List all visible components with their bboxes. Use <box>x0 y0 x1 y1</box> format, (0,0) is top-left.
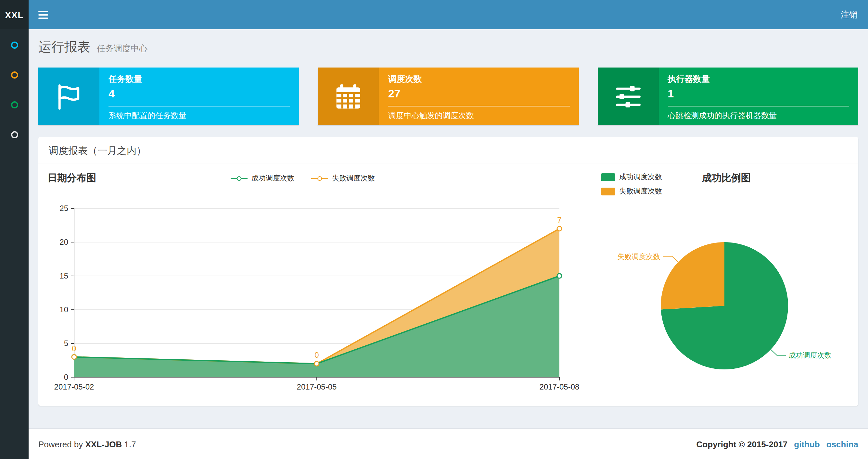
flag-icon <box>38 67 99 125</box>
info-box-body: 调度次数 27 调度中心触发的调度次数 <box>379 67 579 125</box>
info-box-value: 27 <box>388 88 570 101</box>
version: 1.7 <box>124 439 136 449</box>
brand-name: XXL-JOB <box>86 439 122 449</box>
info-box-body: 执行器数量 1 心跳检测成功的执行器机器数量 <box>658 67 858 125</box>
report-panel: 调度报表（一月之内） 日期分布图 成功调度次数 失败调度次数 051015202… <box>38 137 858 406</box>
info-box-value: 1 <box>668 88 849 101</box>
sliders-icon <box>597 67 658 125</box>
info-box-title: 执行器数量 <box>668 73 849 85</box>
info-box-divider <box>668 106 849 106</box>
footer: Powered by XXL-JOB 1.7 Copyright © 2015-… <box>29 428 868 459</box>
page-title-text: 运行报表 <box>38 38 90 56</box>
svg-text:7: 7 <box>557 216 561 224</box>
page-subtitle: 任务调度中心 <box>97 43 148 55</box>
content-area: 运行报表 任务调度中心 任务数量 4 系统中配置的任务数量 <box>29 29 868 428</box>
logout-link[interactable]: 注销 <box>830 0 868 29</box>
circle-icon <box>11 71 18 78</box>
info-box-body: 任务数量 4 系统中配置的任务数量 <box>99 67 299 125</box>
sidebar-toggle-button[interactable] <box>29 0 57 29</box>
hamburger-icon <box>38 11 48 12</box>
content-header: 运行报表 任务调度中心 <box>29 29 868 56</box>
github-link[interactable]: github <box>794 439 819 449</box>
logo: XXL <box>0 0 29 29</box>
circle-icon <box>11 131 18 138</box>
stat-boxes: 任务数量 4 系统中配置的任务数量 <box>38 67 858 125</box>
calendar-icon <box>318 67 379 125</box>
sidebar-item-1[interactable] <box>0 31 29 59</box>
svg-text:2017-05-05: 2017-05-05 <box>297 383 337 391</box>
svg-text:失败调度次数: 失败调度次数 <box>618 253 660 261</box>
oschina-link[interactable]: oschina <box>827 439 858 449</box>
app-window: XXL 注销 运行报表 任务调度中心 <box>0 0 868 459</box>
svg-text:5: 5 <box>64 339 68 348</box>
svg-text:25: 25 <box>59 204 68 212</box>
info-box-title: 任务数量 <box>108 73 290 85</box>
info-box-desc: 心跳检测成功的执行器机器数量 <box>668 110 849 122</box>
report-panel-body: 日期分布图 成功调度次数 失败调度次数 05101520252017-05-02… <box>38 164 858 405</box>
sidebar-item-3[interactable] <box>0 90 29 119</box>
info-box-divider <box>108 106 290 106</box>
powered-prefix: Powered by <box>38 439 83 449</box>
svg-text:2017-05-08: 2017-05-08 <box>539 383 580 391</box>
svg-text:10: 10 <box>59 305 68 314</box>
success-ratio-chart: 成功调度次数失败调度次数 <box>597 164 860 405</box>
svg-text:0: 0 <box>314 351 319 359</box>
report-panel-title: 调度报表（一月之内） <box>38 137 858 164</box>
info-box-desc: 调度中心触发的调度次数 <box>388 110 570 122</box>
sidebar-item-2[interactable] <box>0 60 29 89</box>
info-box-value: 4 <box>108 88 290 101</box>
powered-by: Powered by XXL-JOB 1.7 <box>38 439 136 449</box>
info-box-job-count: 任务数量 4 系统中配置的任务数量 <box>38 67 299 125</box>
svg-text:成功调度次数: 成功调度次数 <box>788 351 831 359</box>
info-box-desc: 系统中配置的任务数量 <box>108 110 290 122</box>
footer-right: Copyright © 2015-2017 github oschina <box>696 439 858 449</box>
info-box-trigger-count: 调度次数 27 调度中心触发的调度次数 <box>318 67 579 125</box>
circle-icon <box>11 101 18 108</box>
date-distribution-chart: 05101520252017-05-022017-05-052017-05-08… <box>38 164 597 405</box>
page-title: 运行报表 任务调度中心 <box>38 38 858 56</box>
info-box-executor-count: 执行器数量 1 心跳检测成功的执行器机器数量 <box>597 67 858 125</box>
sidebar <box>0 29 29 459</box>
svg-text:15: 15 <box>59 271 68 280</box>
sidebar-item-4[interactable] <box>0 120 29 149</box>
copyright: Copyright © 2015-2017 <box>696 439 788 449</box>
hamburger-icon <box>38 14 48 15</box>
hamburger-icon <box>38 17 48 19</box>
info-box-title: 调度次数 <box>388 73 570 85</box>
svg-text:0: 0 <box>72 344 76 353</box>
info-box-divider <box>388 106 570 106</box>
circle-icon <box>11 41 18 48</box>
svg-text:20: 20 <box>59 238 68 247</box>
top-navbar: XXL 注销 <box>0 0 868 29</box>
svg-text:0: 0 <box>64 373 68 382</box>
svg-text:2017-05-02: 2017-05-02 <box>54 383 94 391</box>
